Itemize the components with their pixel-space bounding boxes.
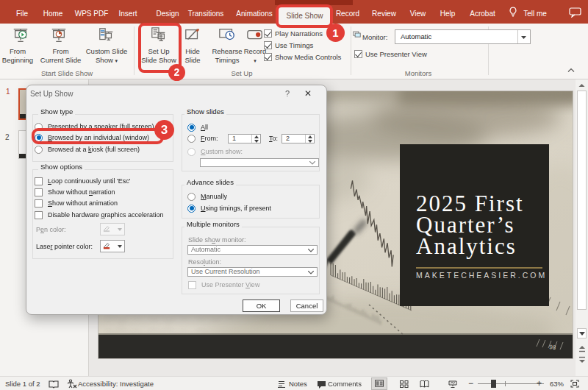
svg-text:98: 98 bbox=[549, 344, 557, 351]
